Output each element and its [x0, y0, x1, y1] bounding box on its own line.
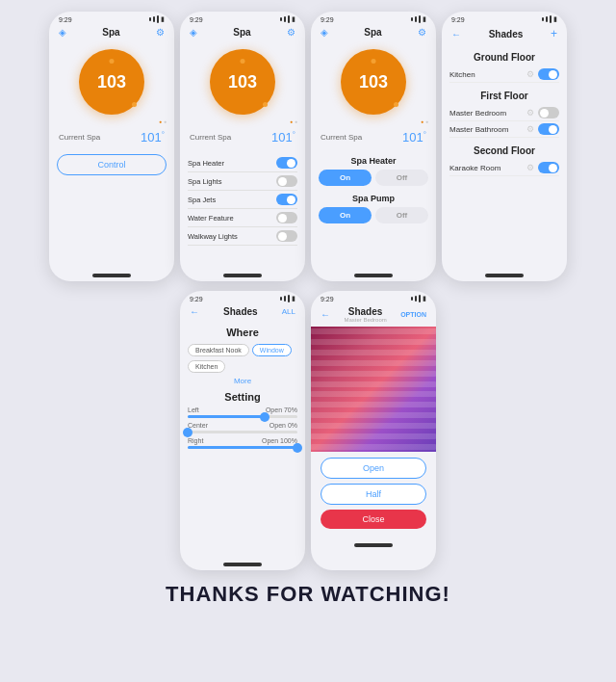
home-indicator-2: [223, 274, 262, 277]
room-master-bedroom: Master Bedroom ⚙: [449, 105, 559, 121]
all-label-5[interactable]: ALL: [282, 307, 295, 316]
option-label[interactable]: OPTION: [400, 311, 426, 318]
slider-track-center[interactable]: [188, 431, 297, 433]
current-spa-row-1: Current Spa 101°: [57, 126, 167, 150]
settings-icon-2[interactable]: ⚙: [287, 27, 295, 38]
shades-subtitle: Master Bedroom: [330, 317, 400, 323]
wifi-icon-3: ◈: [321, 27, 328, 38]
phone-title-2: Spa: [197, 27, 287, 38]
phone-shades-where: 9:29 ▮ ← Shades ALL Where Breakfast Nook…: [180, 291, 305, 570]
signal-3: [157, 15, 159, 23]
toggle-spa-lights: Spa Lights: [188, 172, 297, 191]
shade-lines: [311, 327, 436, 452]
toggle-switch-jets[interactable]: [276, 194, 297, 205]
phone-title-4: Shades: [461, 29, 551, 39]
pump-off-button[interactable]: Off: [375, 207, 428, 223]
battery-icon-1: ▮: [161, 15, 165, 23]
circle-dot-br-1: [132, 102, 137, 107]
chip-breakfast-nook[interactable]: Breakfast Nook: [188, 344, 249, 356]
status-bar-5: 9:29 ▮: [180, 291, 305, 304]
signal-1: [149, 17, 151, 21]
open-button[interactable]: Open: [321, 458, 426, 479]
phone-title-3: Spa: [328, 27, 418, 38]
current-spa-label-1: Current Spa: [59, 133, 100, 142]
status-time-1: 9:29: [59, 16, 72, 23]
spa-temp-circle-2: 103: [210, 49, 275, 115]
setting-title-5: Setting: [188, 391, 297, 403]
room-chips-5: Breakfast Nook Window: [188, 344, 297, 356]
phone-spa-controls: 9:29 ▮ ◈ Spa ⚙ 103 ● ●: [180, 12, 305, 281]
phone-header-1: ◈ Spa ⚙: [49, 25, 174, 41]
phone-content-5: Where Breakfast Nook Window Kitchen More…: [180, 321, 305, 559]
settings-icon-1[interactable]: ⚙: [156, 27, 165, 38]
phone-title-1: Spa: [66, 27, 156, 38]
status-bar-1: 9:29 ▮: [49, 12, 174, 25]
floor-second: Second Floor: [449, 145, 559, 156]
spa-temp-circle-3: 103: [341, 49, 406, 115]
pump-on-button[interactable]: On: [319, 207, 372, 223]
master-bath-setting-icon[interactable]: ⚙: [526, 124, 534, 134]
close-button[interactable]: Close: [321, 510, 426, 529]
status-bar-2: 9:29 ▮: [180, 12, 305, 25]
chip-kitchen[interactable]: Kitchen: [188, 360, 225, 373]
toggle-switch-walkway[interactable]: [276, 230, 297, 242]
heater-on-button[interactable]: On: [319, 170, 372, 186]
more-button-5[interactable]: More: [188, 377, 297, 385]
heater-on-off: On Off: [319, 170, 428, 186]
kitchen-toggle[interactable]: [538, 68, 559, 80]
toggle-switch-water[interactable]: [276, 212, 297, 223]
toggle-spa-jets: Spa Jets: [188, 191, 297, 209]
master-bath-toggle[interactable]: [538, 123, 559, 135]
control-button-1[interactable]: Control: [57, 154, 167, 175]
spa-circle-wrap-1: 103: [57, 41, 167, 118]
spa-temp-circle-1: 103: [79, 49, 144, 115]
home-indicator-5: [223, 563, 262, 566]
master-bed-setting-icon[interactable]: ⚙: [526, 108, 534, 118]
pump-title: Spa Pump: [319, 194, 428, 203]
slider-track-right[interactable]: [188, 446, 297, 449]
status-bar-6: 9:29 ▮: [311, 291, 436, 304]
toggle-spa-heater: Spa Heater: [188, 154, 297, 172]
slider-left: Left Open 70%: [188, 407, 297, 418]
phone-shades-list: 9:29 ▮ ← Shades + Ground Floor Kitchen ⚙: [442, 12, 567, 281]
floor-ground: Ground Floor: [449, 52, 559, 63]
toggle-switch-lights[interactable]: [276, 175, 297, 187]
slider-thumb-left[interactable]: [260, 412, 270, 422]
phone-content-4: Ground Floor Kitchen ⚙ First Floor Maste…: [442, 44, 567, 270]
master-bed-toggle[interactable]: [538, 107, 559, 118]
slider-track-left[interactable]: [188, 415, 297, 418]
karaoke-toggle[interactable]: [538, 162, 559, 173]
toggle-list-2: Spa Heater Spa Lights Spa Jets Water Fea…: [188, 154, 297, 246]
phone-title-5: Shades: [199, 306, 282, 317]
spa-temp-value-1: 103: [97, 72, 126, 92]
toggle-switch-heater[interactable]: [276, 157, 297, 169]
home-indicator-1: [92, 274, 131, 277]
slider-thumb-center[interactable]: [183, 428, 192, 437]
wifi-icon-2: ◈: [190, 27, 197, 38]
heater-off-button[interactable]: Off: [375, 170, 428, 186]
phone-content-3: 103 ● ● Current Spa 101° Spa Heater On O…: [311, 41, 436, 270]
floor-first: First Floor: [449, 91, 559, 101]
back-icon-4[interactable]: ←: [451, 29, 461, 39]
home-indicator-6: [354, 543, 393, 547]
slider-center: Center Open 0%: [188, 422, 297, 433]
settings-icon-3[interactable]: ⚙: [418, 27, 426, 38]
spa-circle-wrap-2: 103: [188, 41, 297, 118]
room-master-bathroom: Master Bathroom ⚙: [449, 121, 559, 138]
phones-row-1: 9:29 ▮ ◈ Spa ⚙ 103 ● ●: [0, 0, 616, 287]
status-bar-3: 9:29 ▮: [311, 12, 436, 25]
karaoke-setting-icon[interactable]: ⚙: [526, 163, 534, 172]
half-button[interactable]: Half: [321, 484, 426, 505]
back-icon-6[interactable]: ←: [321, 309, 330, 320]
add-icon-4[interactable]: +: [551, 27, 557, 40]
phone-title-6: Shades: [330, 306, 400, 317]
shades-image-bg: [311, 327, 436, 452]
wifi-icon-1: ◈: [59, 27, 66, 38]
phone-header-3: ◈ Spa ⚙: [311, 25, 436, 41]
back-icon-5[interactable]: ←: [190, 306, 199, 317]
slider-thumb-right[interactable]: [293, 443, 302, 453]
kitchen-setting-icon[interactable]: ⚙: [526, 69, 534, 79]
phone-shades-image: 9:29 ▮ ← Shades Master Bedroom OPTION: [311, 291, 436, 570]
spa-circle-wrap-3: 103: [319, 41, 428, 118]
chip-window[interactable]: Window: [252, 344, 292, 356]
